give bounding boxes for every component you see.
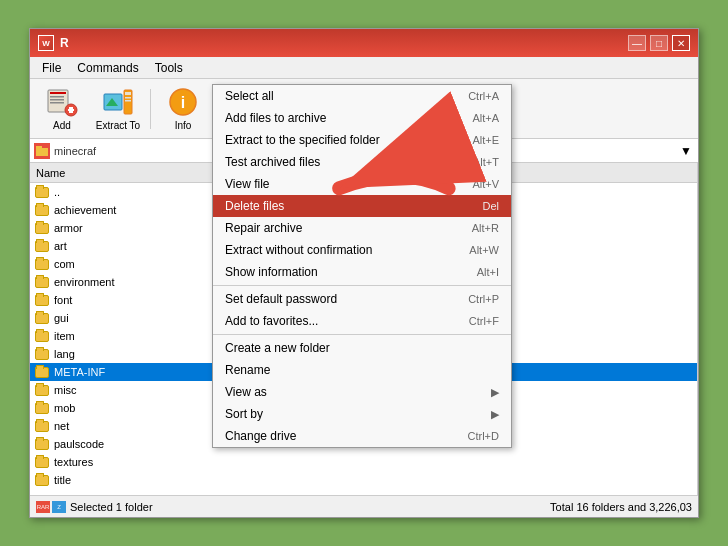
maximize-button[interactable]: □ [650, 35, 668, 51]
context-menu-item-add-favorites[interactable]: Add to favorites... Ctrl+F [213, 310, 511, 332]
menu-commands[interactable]: Commands [69, 59, 146, 77]
context-menu-item-extract-folder[interactable]: Extract to the specified folder Alt+E [213, 129, 511, 151]
toolbar-info-button[interactable]: i Info [157, 83, 209, 135]
ctx-item-shortcut: ▶ [491, 386, 499, 399]
breadcrumb-icon [34, 143, 50, 159]
ctx-item-shortcut: ▶ [491, 408, 499, 421]
context-menu-item-new-folder[interactable]: Create a new folder [213, 337, 511, 359]
folder-icon [34, 437, 50, 451]
breadcrumb-text: minecraf [54, 145, 96, 157]
context-menu-item-select-all[interactable]: Select all Ctrl+A [213, 85, 511, 107]
status-bar: RAR Z Selected 1 folder Total 16 folders… [30, 495, 698, 517]
file-name: environment [54, 276, 115, 288]
ctx-item-shortcut: Alt+W [469, 244, 499, 256]
folder-icon [34, 293, 50, 307]
svg-rect-1 [50, 92, 66, 94]
ctx-item-label: Show information [225, 265, 318, 279]
svg-rect-29 [36, 146, 42, 150]
title-controls: — □ ✕ [628, 35, 690, 51]
ctx-item-shortcut: Ctrl+P [468, 293, 499, 305]
toolbar-extract-button[interactable]: Extract To [92, 83, 144, 135]
ctx-item-label: Test archived files [225, 155, 320, 169]
file-name: armor [54, 222, 83, 234]
menu-bar: File Commands Tools [30, 57, 698, 79]
svg-rect-12 [125, 97, 131, 99]
breadcrumb-dropdown[interactable]: ▼ [678, 143, 694, 159]
context-menu-item-test[interactable]: Test archived files Alt+T [213, 151, 511, 173]
context-menu-item-repair[interactable]: Repair archive Alt+R [213, 217, 511, 239]
ctx-item-shortcut: Del [482, 200, 499, 212]
folder-icon [34, 257, 50, 271]
ctx-item-label: Set default password [225, 292, 337, 306]
file-name: textures [54, 456, 93, 468]
context-menu-item-change-drive[interactable]: Change drive Ctrl+D [213, 425, 511, 447]
file-name: paulscode [54, 438, 104, 450]
ctx-item-shortcut: Ctrl+A [468, 90, 499, 102]
folder-icon [34, 203, 50, 217]
ctx-item-label: Select all [225, 89, 274, 103]
ctx-item-label: Rename [225, 363, 270, 377]
toolbar-add-button[interactable]: Add [36, 83, 88, 135]
file-name: achievement [54, 204, 116, 216]
extract-icon [102, 86, 134, 118]
status-total: Total 16 folders and 3,226,03 [550, 501, 692, 513]
svg-rect-11 [125, 92, 131, 95]
context-menu-item-default-password[interactable]: Set default password Ctrl+P [213, 288, 511, 310]
ctx-item-label: View file [225, 177, 269, 191]
menu-file[interactable]: File [34, 59, 69, 77]
file-name: art [54, 240, 67, 252]
context-menu-separator [213, 285, 511, 286]
close-button[interactable]: ✕ [672, 35, 690, 51]
ctx-item-shortcut: Alt+E [472, 134, 499, 146]
ctx-item-label: Add files to archive [225, 111, 326, 125]
context-menu-item-sort-by[interactable]: Sort by ▶ [213, 403, 511, 425]
title-bar: W R — □ ✕ [30, 29, 698, 57]
folder-icon [34, 221, 50, 235]
folder-icon [34, 473, 50, 487]
context-menu-item-rename[interactable]: Rename [213, 359, 511, 381]
file-name: title [54, 474, 71, 486]
ctx-item-label: Create a new folder [225, 341, 330, 355]
file-name: mob [54, 402, 75, 414]
ctx-item-label: Extract without confirmation [225, 243, 372, 257]
folder-icon [34, 275, 50, 289]
ctx-item-shortcut: Ctrl+D [468, 430, 499, 442]
file-name: lang [54, 348, 75, 360]
status-rar-icon: RAR [36, 501, 50, 513]
table-row[interactable]: title [30, 471, 697, 489]
file-name: misc [54, 384, 77, 396]
file-name: .. [54, 186, 60, 198]
svg-rect-4 [50, 102, 64, 104]
file-name: item [54, 330, 75, 342]
folder-icon [34, 365, 50, 379]
ctx-item-label: Extract to the specified folder [225, 133, 380, 147]
svg-text:i: i [181, 94, 185, 111]
context-menu-item-view-file[interactable]: View file Alt+V [213, 173, 511, 195]
ctx-item-shortcut: Alt+A [472, 112, 499, 124]
ctx-item-shortcut: Alt+I [477, 266, 499, 278]
context-menu-item-show-info[interactable]: Show information Alt+I [213, 261, 511, 283]
context-menu-item-view-as[interactable]: View as ▶ [213, 381, 511, 403]
main-window: W R — □ ✕ File Commands Tools [29, 28, 699, 518]
status-icons: RAR Z [36, 501, 66, 513]
file-name: gui [54, 312, 69, 324]
minimize-button[interactable]: — [628, 35, 646, 51]
table-row[interactable]: textures [30, 453, 697, 471]
folder-icon [34, 239, 50, 253]
ctx-item-label: Add to favorites... [225, 314, 318, 328]
ctx-item-label: Delete files [225, 199, 284, 213]
menu-tools[interactable]: Tools [147, 59, 191, 77]
status-text: Selected 1 folder [70, 501, 153, 513]
file-name: font [54, 294, 72, 306]
context-menu-item-add-files[interactable]: Add files to archive Alt+A [213, 107, 511, 129]
ctx-item-shortcut: Alt+T [473, 156, 499, 168]
context-menu-item-delete-files[interactable]: Delete files Del [213, 195, 511, 217]
folder-icon [34, 311, 50, 325]
title-bar-left: W R [38, 35, 69, 51]
add-icon [46, 86, 78, 118]
svg-rect-7 [68, 109, 74, 111]
folder-icon [34, 419, 50, 433]
file-name: com [54, 258, 75, 270]
context-menu-item-extract-no-confirm[interactable]: Extract without confirmation Alt+W [213, 239, 511, 261]
status-left: RAR Z Selected 1 folder [36, 501, 153, 513]
